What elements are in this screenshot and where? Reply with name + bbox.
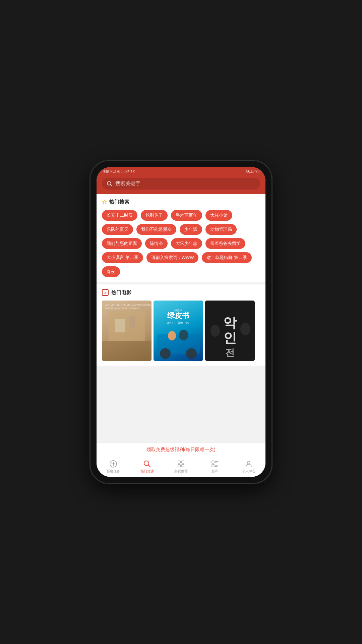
svg-rect-28 (182, 461, 184, 463)
svg-line-26 (148, 465, 150, 467)
movie-poster-3: 악 인 전 (205, 301, 255, 361)
nav-label-new-task: 新建任务 (107, 469, 120, 474)
search-placeholder: 搜索关键字 (115, 180, 140, 187)
tag-15[interactable]: 春夜 (102, 266, 120, 277)
play-icon: ▷ (102, 289, 109, 296)
svg-rect-4 (129, 316, 135, 327)
svg-text:A FILM THAT IS SO VISUALLY BRE: A FILM THAT IS SO VISUALLY BREATHTAKING … (105, 304, 152, 306)
svg-point-12 (179, 330, 188, 340)
svg-text:악: 악 (223, 315, 237, 330)
svg-point-20 (210, 325, 220, 337)
bottom-nav: 新建任务 热门资源 影视推荐 (97, 457, 265, 477)
plus-icon (109, 460, 117, 468)
svg-point-37 (247, 461, 250, 464)
user-icon (245, 460, 253, 468)
tag-8[interactable]: 我们与恶的距离 (102, 238, 142, 249)
svg-text:3月1日 最终上映: 3月1日 最终上映 (167, 321, 190, 325)
search-nav-icon (143, 460, 151, 468)
nav-label-movie-review: 影评 (212, 469, 218, 474)
nav-label-movie-recommend: 影视推荐 (174, 469, 188, 474)
svg-point-9 (160, 348, 171, 359)
svg-text:EMOTIONALLY ELECTRIFYING.: EMOTIONALLY ELECTRIFYING. (105, 307, 140, 310)
tag-4[interactable]: 乐队的夏天 (102, 224, 133, 235)
movie-card-3[interactable]: 악 인 전 (205, 301, 255, 361)
list-icon (211, 460, 219, 468)
movie-poster-1: A FILM THAT IS SO VISUALLY BREATHTAKING … (102, 301, 152, 361)
promo-text: 领取免费超级福利(每日限领一次) (146, 447, 215, 452)
svg-rect-30 (182, 465, 184, 467)
svg-point-11 (168, 331, 176, 340)
status-bar: 未插卡❑ 奈 1.02K/s c 晚上7:23 (97, 167, 265, 175)
movie-card-2[interactable]: 绿皮书 绿皮书 3月1日 最终上映 (154, 301, 203, 361)
tag-0[interactable]: 长安十二时辰 (102, 210, 137, 221)
svg-line-1 (111, 184, 112, 186)
svg-text:绿皮书: 绿皮书 (167, 311, 189, 320)
tag-14[interactable]: 这！就是街舞 第二季 (202, 252, 252, 263)
tag-1[interactable]: 轮到你了 (141, 210, 168, 221)
hot-movies-title: ▷ 热门电影 (102, 289, 260, 296)
tag-6[interactable]: 少年派 (180, 224, 202, 235)
grid-icon (177, 460, 185, 468)
movie-art-3: 악 인 전 (205, 301, 255, 361)
svg-point-10 (186, 348, 197, 359)
hot-movies-section: ▷ 热门电影 (97, 284, 265, 366)
nav-label-profile: 个人中心 (242, 469, 255, 474)
search-area: 搜索关键字 (97, 175, 265, 194)
nav-item-profile[interactable]: 个人中心 (232, 457, 265, 477)
nav-item-movie-review[interactable]: 影评 (198, 457, 232, 477)
promo-banner[interactable]: 领取免费超级福利(每日限领一次) (97, 442, 265, 457)
movie-art-1: A FILM THAT IS SO VISUALLY BREATHTAKING … (102, 301, 152, 361)
svg-text:전: 전 (225, 347, 235, 358)
status-time: 晚上7:23 (246, 169, 259, 174)
nav-item-hot-resources[interactable]: 热门资源 (130, 457, 164, 477)
tag-2[interactable]: 手术两百年 (171, 210, 202, 221)
svg-rect-3 (115, 319, 125, 332)
phone-frame: 未插卡❑ 奈 1.02K/s c 晚上7:23 搜索关键字 ☆ 热 (90, 161, 272, 483)
tag-13[interactable]: 请输入搜索词：WWW (146, 252, 199, 263)
tag-11[interactable]: 带着爸爸去留学 (205, 238, 245, 249)
tag-9[interactable]: 陈情令 (145, 238, 168, 249)
svg-rect-5 (102, 341, 152, 361)
movie-poster-2: 绿皮书 绿皮书 3月1日 最终上映 (154, 301, 203, 361)
status-right: 晚上7:23 (246, 169, 259, 174)
tag-10[interactable]: 大宋少年志 (171, 238, 202, 249)
svg-rect-27 (178, 461, 180, 463)
svg-rect-34 (212, 465, 214, 467)
content-area[interactable]: ☆ 热门搜索 长安十二时辰 轮到你了 手术两百年 大叔小馆 乐队的夏天 我们不能… (97, 194, 265, 442)
svg-rect-2 (109, 311, 145, 341)
status-carrier: 未插卡❑ 奈 1.02K/s c (103, 169, 135, 174)
nav-item-movie-recommend[interactable]: 影视推荐 (164, 457, 198, 477)
svg-rect-29 (178, 465, 180, 467)
hot-movies-label: 热门电影 (111, 289, 131, 296)
movies-row[interactable]: A FILM THAT IS SO VISUALLY BREATHTAKING … (102, 301, 260, 361)
tag-5[interactable]: 我们不能是朋友 (136, 224, 176, 235)
movie-card-1[interactable]: A FILM THAT IS SO VISUALLY BREATHTAKING … (102, 301, 152, 361)
tag-3[interactable]: 大叔小馆 (205, 210, 232, 221)
status-left: 未插卡❑ 奈 1.02K/s c (103, 169, 135, 174)
hot-search-title: ☆ 热门搜索 (102, 199, 260, 205)
svg-point-21 (240, 323, 250, 335)
tags-container: 长安十二时辰 轮到你了 手术两百年 大叔小馆 乐队的夏天 我们不能是朋友 少年派… (102, 210, 260, 277)
nav-item-new-task[interactable]: 新建任务 (97, 457, 130, 477)
tag-7[interactable]: 动物管理局 (205, 224, 237, 235)
hot-search-label: 热门搜索 (109, 199, 129, 205)
hot-search-section: ☆ 热门搜索 长安十二时辰 轮到你了 手术两百年 大叔小馆 乐队的夏天 我们不能… (97, 194, 265, 282)
phone-screen: 未插卡❑ 奈 1.02K/s c 晚上7:23 搜索关键字 ☆ 热 (97, 167, 265, 477)
search-icon (107, 181, 113, 187)
svg-text:인: 인 (223, 330, 237, 345)
tag-12[interactable]: 大小谎言 第二季 (102, 252, 143, 263)
svg-rect-31 (212, 461, 214, 463)
star-icon: ☆ (102, 199, 107, 205)
search-box[interactable]: 搜索关键字 (102, 178, 260, 190)
nav-label-hot-resources: 热门资源 (140, 469, 154, 474)
movie-art-2: 绿皮书 绿皮书 3月1日 最终上映 (154, 301, 203, 361)
